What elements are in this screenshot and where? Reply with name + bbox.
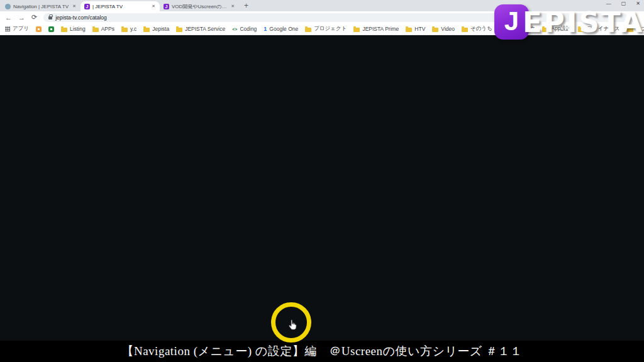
hand-cursor-icon — [288, 319, 297, 333]
folder-icon — [92, 28, 99, 32]
folder-icon — [353, 28, 360, 32]
folder-icon — [305, 28, 311, 32]
tab-title: Navigation | JEPISTA TV — [13, 4, 69, 9]
site-content-dark: © JEPISTA 2020 ギフトカードを利用する ギフトカードを購入する P… — [0, 36, 644, 341]
bookmark-label: ファイナンス — [587, 25, 619, 33]
bookmark-item[interactable]: APPs — [92, 26, 114, 32]
bookmark-label: アプリ — [13, 25, 29, 33]
bookmark-label: HTV — [414, 26, 425, 32]
close-icon[interactable]: ✕ — [636, 1, 640, 6]
bookmark-label: y.c — [130, 26, 136, 32]
bookmark-label: セブ — [636, 25, 644, 33]
window-controls: — ▢ ✕ — [606, 1, 640, 6]
bookmark-item[interactable]: Listing — [61, 26, 86, 32]
bookmark-item[interactable]: JEPISTA Prime — [353, 26, 399, 32]
bookmark-label: Video — [441, 26, 455, 32]
bookmark-item[interactable]: App設計 — [542, 25, 571, 33]
screenshot-root: Navigation | JEPISTA TV ✕ J | JEPISTA TV… — [0, 0, 644, 362]
folder-icon — [578, 28, 584, 32]
folder-icon — [462, 28, 468, 32]
bookmark-item[interactable]: y.c — [121, 26, 136, 32]
tab-title: | JEPISTA TV — [92, 4, 148, 9]
tab-favicon — [5, 4, 11, 9]
forward-icon[interactable]: → — [18, 14, 25, 21]
tab-close-icon[interactable]: ✕ — [230, 4, 235, 9]
back-icon[interactable]: ← — [5, 14, 12, 21]
tab-jepista-tv-active[interactable]: J | JEPISTA TV ✕ — [80, 1, 160, 11]
bookmark-item[interactable]: セブ — [627, 25, 644, 33]
bookmarks-bar: アプリListingAPPsy.cJepistaJEPISTA Service<… — [0, 23, 644, 35]
bookmark-item[interactable]: HTV — [406, 26, 425, 32]
folder-icon — [432, 28, 438, 32]
bookmark-label: Google One — [269, 26, 298, 32]
bookmark-label: Coding — [240, 26, 257, 32]
folder-icon — [406, 28, 412, 32]
bookmark-item[interactable]: そのうち — [462, 25, 492, 33]
google-one-icon: 1 — [264, 26, 267, 32]
bookmark-label: テクニック — [508, 25, 536, 33]
bookmark-item[interactable]: プロジェクト — [305, 25, 347, 33]
folder-icon — [121, 28, 128, 32]
jepista-favicon: J — [164, 4, 169, 9]
browser-toolbar: ← → ⟳ jepista-tv.com/catalog ⋮ — [0, 11, 644, 23]
browser-menu-icon[interactable]: ⋮ — [633, 14, 639, 21]
reload-icon[interactable]: ⟳ — [31, 13, 37, 21]
bookmark-item[interactable]: アプリ — [5, 25, 29, 33]
tab-navigation-jepista-tv[interactable]: Navigation | JEPISTA TV ✕ — [1, 1, 80, 11]
bookmark-item[interactable]: テクニック — [499, 25, 536, 33]
bookmark-item[interactable]: <>Coding — [232, 26, 257, 32]
bookmark-label: Jepista — [152, 26, 169, 32]
bookmark-item[interactable] — [36, 26, 42, 32]
browser-tab-strip: Navigation | JEPISTA TV ✕ J | JEPISTA TV… — [0, 0, 644, 11]
folder-icon — [143, 28, 150, 32]
url-text[interactable]: jepista-tv.com/catalog — [55, 14, 107, 21]
bookmark-label: JEPISTA Service — [185, 26, 225, 32]
folder-icon — [499, 28, 506, 32]
tab-close-icon[interactable]: ✕ — [151, 4, 156, 9]
tab-close-icon[interactable]: ✕ — [72, 4, 77, 9]
folder-icon — [542, 28, 548, 32]
bookmark-item[interactable] — [48, 26, 54, 32]
bookmark-item[interactable]: ファイナンス — [578, 25, 619, 33]
bookmark-label: APPs — [101, 26, 114, 32]
video-caption-text: 【Navigation (メニュー) の設定】編 ＠Uscreenの使い方シリー… — [121, 343, 522, 359]
bookmark-label: App設計 — [551, 25, 571, 33]
bookmark-item[interactable]: 1Google One — [264, 26, 298, 32]
bookmarks-bar-items: アプリListingAPPsy.cJepistaJEPISTA Service<… — [5, 25, 644, 33]
folder-icon — [627, 28, 633, 32]
green-app-icon — [48, 26, 54, 32]
jepista-favicon: J — [84, 4, 90, 9]
new-tab-button[interactable]: + — [244, 1, 248, 10]
apps-grid-icon — [5, 26, 10, 31]
minimize-icon[interactable]: — — [606, 1, 611, 6]
tab-vod-uscreen[interactable]: J VOD開発やUscreenのことなら、JEP ✕ — [160, 1, 239, 11]
bookmark-item[interactable]: Video — [432, 26, 455, 32]
folder-icon — [61, 28, 67, 32]
code-icon: <> — [232, 27, 237, 31]
bookmark-item[interactable]: Jepista — [143, 26, 169, 32]
bookmark-label: プロジェクト — [314, 25, 347, 33]
orange-app-icon — [36, 26, 42, 32]
tab-title: VOD開発やUscreenのことなら、JEP — [172, 3, 228, 10]
maximize-icon[interactable]: ▢ — [621, 1, 626, 6]
folder-icon — [176, 28, 182, 32]
bookmark-item[interactable]: JEPISTA Service — [176, 26, 225, 32]
bookmark-label: そのうち — [470, 25, 492, 33]
bookmark-label: JEPISTA Prime — [362, 26, 399, 32]
video-caption-bar: 【Navigation (メニュー) の設定】編 ＠Uscreenの使い方シリー… — [0, 341, 644, 362]
bookmark-label: Listing — [70, 26, 86, 32]
lock-icon[interactable] — [48, 16, 52, 19]
address-bar[interactable]: jepista-tv.com/catalog — [43, 13, 628, 22]
